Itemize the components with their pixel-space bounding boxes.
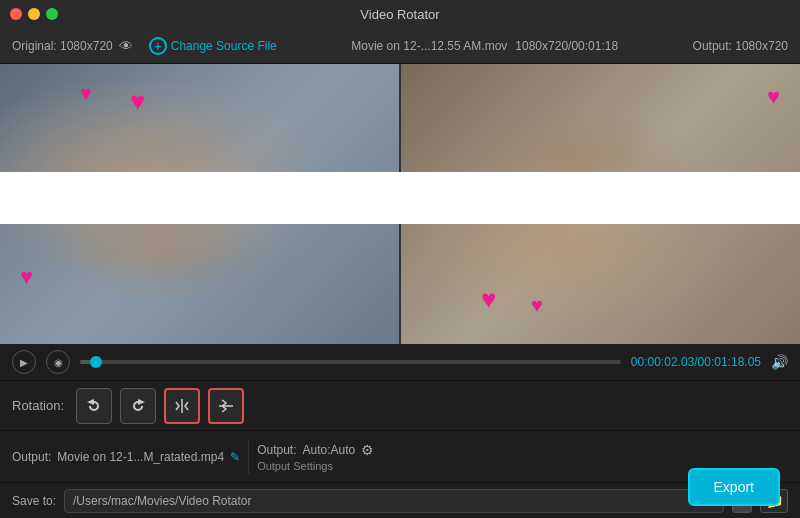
save-bar: Save to: /Users/mac/Movies/Video Rotator…	[0, 482, 800, 518]
original-resolution-label: Original: 1080x720	[12, 39, 113, 53]
output-resolution: Output: 1080x720	[693, 39, 788, 53]
maximize-button[interactable]	[46, 8, 58, 20]
add-source-button[interactable]: + Change Source File	[149, 37, 277, 55]
export-button[interactable]: Export	[688, 468, 780, 506]
progress-track[interactable]	[80, 360, 621, 364]
output-row: Output: Movie on 12-1...M_ratated.mp4 ✎ …	[0, 430, 800, 482]
close-button[interactable]	[10, 8, 22, 20]
flip-horizontal-button[interactable]	[164, 388, 200, 424]
output-file-name: Movie on 12-1...M_ratated.mp4	[57, 450, 224, 464]
edit-icon[interactable]: ✎	[230, 450, 240, 464]
traffic-lights	[10, 8, 58, 20]
output-settings-label: Output:	[257, 443, 296, 457]
file-info: Movie on 12-...12.55 AM.mov 1080x720/00:…	[293, 39, 677, 53]
top-bar-left: Original: 1080x720 👁	[12, 38, 133, 54]
output-settings-section: Output: Auto:Auto ⚙ Output Settings	[257, 442, 374, 472]
file-name: Movie on 12-...12.55 AM.mov	[351, 39, 507, 53]
volume-icon[interactable]: 🔊	[771, 354, 788, 370]
progress-knob[interactable]	[90, 356, 102, 368]
output-file-label: Output:	[12, 450, 51, 464]
heart-decoration: ♥	[531, 294, 543, 317]
save-path: /Users/mac/Movies/Video Rotator	[64, 489, 724, 513]
flip-vertical-button[interactable]	[208, 388, 244, 424]
output-settings: Output: Auto:Auto ⚙	[257, 442, 374, 458]
censor-bar	[0, 172, 800, 224]
time-display: 00:00:02.03/00:01:18.05	[631, 355, 761, 369]
save-to-label: Save to:	[12, 494, 56, 508]
top-bar: Original: 1080x720 👁 + Change Source Fil…	[0, 28, 800, 64]
minimize-button[interactable]	[28, 8, 40, 20]
eye-icon[interactable]: 👁	[119, 38, 133, 54]
heart-decoration: ♥	[481, 284, 496, 315]
stop-button[interactable]: ◉	[46, 350, 70, 374]
title-bar: Video Rotator	[0, 0, 800, 28]
heart-decoration: ♥	[130, 86, 145, 117]
heart-decoration: ♥	[767, 84, 780, 110]
heart-decoration: ♥	[20, 264, 33, 290]
output-settings-value: Auto:Auto	[302, 443, 355, 457]
plus-circle-icon: +	[149, 37, 167, 55]
rotation-label: Rotation:	[12, 398, 64, 413]
rotate-right-button[interactable]	[120, 388, 156, 424]
rotation-bar: Rotation:	[0, 380, 800, 430]
output-settings-sub: Output Settings	[257, 460, 333, 472]
divider	[248, 439, 249, 474]
heart-decoration: ♥	[80, 82, 92, 105]
playback-bar: ▶ ◉ 00:00:02.03/00:01:18.05 🔊	[0, 344, 800, 380]
file-meta: 1080x720/00:01:18	[515, 39, 618, 53]
rotate-left-button[interactable]	[76, 388, 112, 424]
gear-icon[interactable]: ⚙	[361, 442, 374, 458]
window-title: Video Rotator	[360, 7, 439, 22]
output-file: Output: Movie on 12-1...M_ratated.mp4 ✎	[12, 450, 240, 464]
video-area: ♥ ♥ ♥ ♥ ♥ ♥	[0, 64, 800, 344]
play-button[interactable]: ▶	[12, 350, 36, 374]
